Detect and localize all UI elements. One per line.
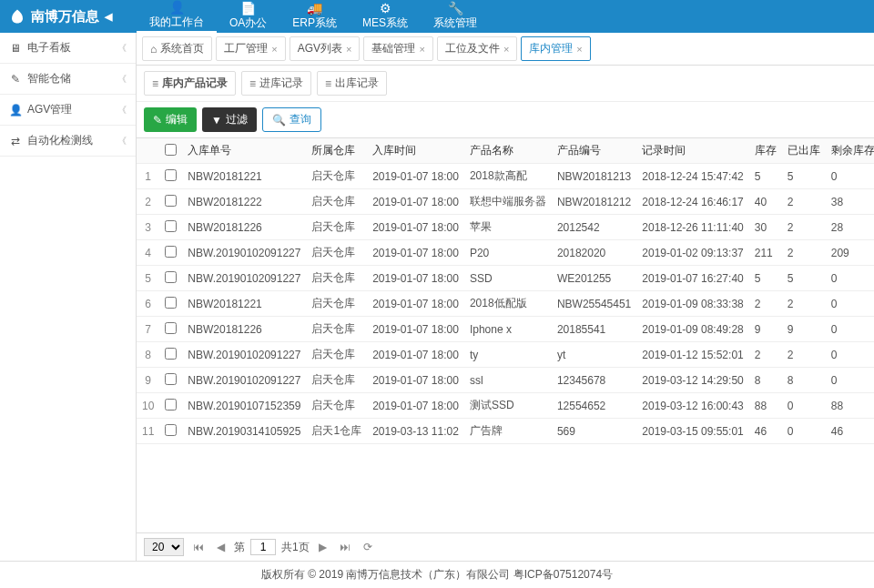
table-body: 1NBW20181221启天仓库2019-01-07 18:002018款高配N…	[137, 164, 874, 444]
cell: P20	[464, 240, 552, 266]
sidebar-label: AGV管理	[27, 102, 72, 117]
pager-prev[interactable]: ◀	[213, 541, 229, 553]
tab[interactable]: 库内管理×	[521, 36, 590, 61]
nav-item[interactable]: 👤我的工作台	[137, 0, 217, 33]
table-row[interactable]: 6NBW20181221启天仓库2019-01-07 18:002018低配版N…	[137, 291, 874, 317]
row-checkbox[interactable]	[165, 373, 177, 385]
close-icon[interactable]: ×	[576, 44, 582, 55]
table-row[interactable]: 3NBW20181226启天仓库2019-01-07 18:00苹果201254…	[137, 215, 874, 240]
cell: WE201255	[552, 266, 636, 291]
cell: 2018低配版	[464, 291, 552, 317]
cell: 启天1仓库	[306, 419, 367, 444]
table-row[interactable]: 8NBW.20190102091227启天仓库2019-01-07 18:00t…	[137, 342, 874, 368]
cell: 569	[552, 419, 636, 444]
table-row[interactable]: 1NBW20181221启天仓库2019-01-07 18:002018款高配N…	[137, 164, 874, 189]
cell: 0	[782, 419, 826, 444]
column-header[interactable]: 剩余库存	[826, 138, 874, 164]
nav-item[interactable]: 🔧系统管理	[421, 0, 490, 33]
row-checkbox[interactable]	[165, 220, 177, 232]
tab[interactable]: 工位及文件×	[437, 36, 517, 61]
search-button[interactable]: 🔍 查询	[262, 107, 321, 132]
pager-refresh[interactable]: ⟳	[360, 541, 376, 553]
column-header[interactable]	[159, 138, 182, 164]
sidebar-item[interactable]: ⇄自动化检测线《	[0, 126, 136, 157]
cell: 12345678	[552, 368, 636, 393]
row-checkbox[interactable]	[165, 169, 177, 181]
column-header[interactable]	[137, 138, 159, 164]
cell: 2019-01-07 18:00	[367, 215, 464, 240]
cell: 2	[749, 342, 782, 368]
data-table: 入库单号所属仓库入库时间产品名称产品编号记录时间库存已出库剩余库存库存报警 1N…	[137, 138, 874, 444]
table-row[interactable]: 10NBW.20190107152359启天仓库2019-01-07 18:00…	[137, 393, 874, 419]
sidebar-item[interactable]: ✎智能仓储《	[0, 64, 136, 95]
row-checkbox[interactable]	[165, 297, 177, 309]
table-row[interactable]: 11NBW.20190314105925启天1仓库2019-03-13 11:0…	[137, 419, 874, 444]
column-header[interactable]: 记录时间	[636, 138, 748, 164]
page-size-select[interactable]: 20	[144, 538, 184, 556]
nav-label: 我的工作台	[149, 15, 204, 30]
collapse-icon[interactable]: ◀	[105, 11, 112, 23]
subtab[interactable]: 进库记录	[241, 71, 311, 96]
sidebar-item[interactable]: 👤AGV管理《	[0, 95, 136, 126]
cell: 28	[826, 215, 874, 240]
row-index: 6	[137, 291, 159, 317]
row-checkbox[interactable]	[165, 195, 177, 207]
sidebar-icon: ⇄	[9, 135, 22, 147]
nav-item[interactable]: 📄OA办公	[217, 0, 279, 33]
close-icon[interactable]: ×	[503, 44, 509, 55]
row-checkbox[interactable]	[165, 399, 177, 411]
tab[interactable]: 工厂管理×	[216, 36, 285, 61]
chevron-icon: 《	[117, 135, 127, 147]
row-checkbox[interactable]	[165, 246, 177, 258]
column-header[interactable]: 入库时间	[367, 138, 464, 164]
table-wrap[interactable]: 入库单号所属仓库入库时间产品名称产品编号记录时间库存已出库剩余库存库存报警 1N…	[137, 137, 874, 532]
chevron-icon: 《	[117, 73, 127, 86]
cell: 2018-12-24 15:47:42	[636, 164, 748, 189]
close-icon[interactable]: ×	[271, 44, 277, 55]
table-row[interactable]: 2NBW20181222启天仓库2019-01-07 18:00联想中端服务器N…	[137, 189, 874, 215]
pager-next[interactable]: ▶	[315, 541, 330, 553]
cell: 8	[782, 368, 826, 393]
row-checkbox[interactable]	[165, 322, 177, 334]
cell: Iphone x	[464, 317, 552, 342]
table-row[interactable]: 9NBW.20190102091227启天仓库2019-01-07 18:00s…	[137, 368, 874, 393]
row-index: 11	[137, 419, 159, 444]
sidebar-item[interactable]: 🖥电子看板《	[0, 33, 136, 64]
pager-first[interactable]: ⏮	[189, 541, 208, 553]
filter-button[interactable]: ▼ 过滤	[202, 107, 257, 132]
row-checkbox[interactable]	[165, 424, 177, 436]
select-all-checkbox[interactable]	[165, 144, 177, 156]
row-checkbox[interactable]	[165, 348, 177, 360]
column-header[interactable]: 所属仓库	[306, 138, 367, 164]
edit-button[interactable]: ✎ 编辑	[144, 107, 197, 132]
table-row[interactable]: 7NBW20181226启天仓库2019-01-07 18:00Iphone x…	[137, 317, 874, 342]
subtab[interactable]: 库内产品记录	[144, 71, 236, 96]
table-row[interactable]: 5NBW.20190102091227启天仓库2019-01-07 18:00S…	[137, 266, 874, 291]
pager-last[interactable]: ⏭	[336, 541, 354, 553]
nav-item[interactable]: 🚚ERP系统	[279, 0, 350, 33]
subtabs-row: 库内产品记录进库记录出库记录	[137, 66, 874, 102]
tab-label: AGV列表	[298, 41, 342, 56]
column-header[interactable]: 库存	[749, 138, 782, 164]
chevron-icon: 《	[117, 104, 127, 117]
cell: 46	[749, 419, 782, 444]
tab[interactable]: 系统首页	[142, 36, 212, 61]
subtab[interactable]: 出库记录	[317, 71, 387, 96]
pager-page-input[interactable]	[250, 539, 276, 555]
cell: 88	[749, 393, 782, 419]
tab[interactable]: AGV列表×	[290, 36, 361, 61]
nav-item[interactable]: ⚙MES系统	[350, 0, 421, 33]
pager-page-label: 第	[234, 540, 245, 555]
row-checkbox[interactable]	[165, 271, 177, 283]
column-header[interactable]: 入库单号	[182, 138, 306, 164]
column-header[interactable]: 产品名称	[464, 138, 552, 164]
column-header[interactable]: 产品编号	[552, 138, 636, 164]
tab-label: 基础管理	[371, 41, 415, 56]
close-icon[interactable]: ×	[346, 44, 351, 55]
tab[interactable]: 基础管理×	[363, 36, 432, 61]
cell: 2019-03-12 16:00:43	[636, 393, 748, 419]
column-header[interactable]: 已出库	[782, 138, 826, 164]
close-icon[interactable]: ×	[419, 44, 424, 55]
nav-icon: 🚚	[307, 2, 322, 15]
table-row[interactable]: 4NBW.20190102091227启天仓库2019-01-07 18:00P…	[137, 240, 874, 266]
